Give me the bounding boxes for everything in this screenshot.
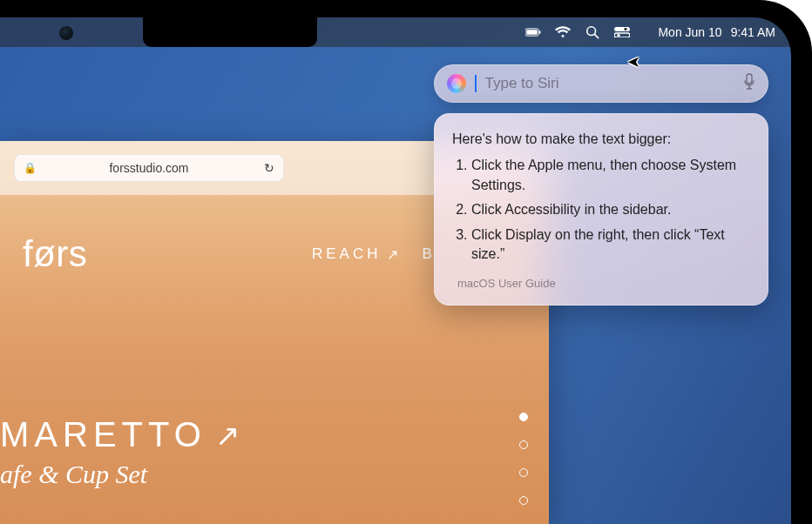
microphone-icon[interactable]: [743, 73, 755, 95]
desktop: Mon Jun 10 9:41 AM ➤ 🔒 forsstudio.com ↻ …: [0, 17, 791, 524]
camera-dot: [59, 26, 73, 40]
carousel-dot[interactable]: [519, 440, 528, 449]
siri-response-heading: Here's how to make the text bigger:: [452, 130, 750, 149]
svg-rect-9: [747, 74, 752, 84]
svg-rect-1: [527, 30, 538, 35]
hero-subtitle: afe & Cup Set: [0, 460, 147, 489]
reload-icon[interactable]: ↻: [264, 161, 274, 175]
svg-rect-2: [539, 30, 541, 33]
siri-icon: [447, 74, 466, 93]
carousel-dot[interactable]: [519, 468, 528, 477]
carousel-dot[interactable]: [519, 413, 528, 421]
carousel-dots: [519, 413, 528, 524]
siri-response-card: Here's how to make the text bigger: Clic…: [434, 113, 768, 306]
arrow-ne-icon: ↗: [215, 418, 245, 453]
site-nav: REACH ↗ B: [312, 245, 436, 263]
hero-title[interactable]: MARETTO ↗: [0, 415, 245, 454]
mouse-cursor-icon: ➤: [627, 52, 640, 71]
control-center-icon[interactable]: [614, 24, 630, 40]
svg-line-4: [595, 35, 599, 38]
battery-icon[interactable]: [525, 24, 541, 40]
siri-input[interactable]: Type to Siri: [434, 64, 768, 103]
siri-placeholder: Type to Siri: [485, 75, 735, 92]
siri-step: Click Display on the right, then click “…: [471, 225, 750, 265]
address-url: forsstudio.com: [109, 161, 188, 175]
svg-rect-6: [614, 33, 630, 37]
menubar-time[interactable]: 9:41 AM: [731, 25, 775, 39]
display-notch: [143, 17, 317, 47]
svg-point-8: [618, 34, 620, 37]
siri-step: Click Accessibility in the sidebar.: [471, 200, 750, 219]
siri-step: Click the Apple menu, then choose System…: [471, 156, 750, 195]
arrow-ne-icon: ↗: [387, 246, 402, 263]
address-bar[interactable]: 🔒 forsstudio.com ↻: [14, 154, 284, 182]
menubar-date[interactable]: Mon Jun 10: [658, 25, 721, 39]
svg-rect-5: [614, 27, 630, 31]
svg-point-7: [625, 28, 627, 30]
device-frame: Mon Jun 10 9:41 AM ➤ 🔒 forsstudio.com ↻ …: [0, 0, 812, 524]
site-logo[interactable]: førs: [23, 233, 87, 275]
siri-steps-list: Click the Apple menu, then choose System…: [452, 156, 750, 264]
carousel-dot[interactable]: [519, 496, 528, 505]
svg-point-3: [587, 27, 596, 36]
lock-icon: 🔒: [24, 162, 37, 174]
siri-panel: Type to Siri Here's how to make the text…: [434, 64, 768, 306]
nav-link-reach[interactable]: REACH ↗: [312, 245, 402, 263]
menu-bar: Mon Jun 10 9:41 AM: [0, 17, 791, 47]
text-cursor: [475, 75, 477, 92]
siri-source-link[interactable]: macOS User Guide: [452, 276, 750, 292]
spotlight-icon[interactable]: [585, 24, 600, 40]
wifi-icon[interactable]: [555, 24, 571, 40]
